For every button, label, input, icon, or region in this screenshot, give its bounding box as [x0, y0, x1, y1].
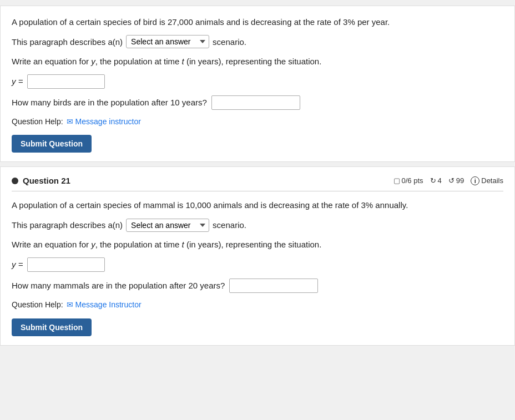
page-container: A population of a certain species of bir… [0, 0, 515, 420]
q21-equation-prefix: y = [12, 257, 23, 272]
q20-howmany-input[interactable] [211, 95, 300, 110]
q20-message-label: Message instructor [75, 115, 141, 129]
q21-undo-icon: ↻ [430, 176, 436, 185]
q21-header: Question 21 ▢ 0/6 pts ↻ 4 ↺ 99 i Details [12, 176, 503, 191]
question-20-body: A population of a certain species of bir… [12, 15, 503, 153]
question-20-block: A population of a certain species of bir… [0, 6, 515, 162]
q21-equation-label-text: Write an equation for y, the population … [12, 237, 503, 252]
q20-equation-prefix: y = [12, 74, 23, 89]
q21-paragraph-prefix: This paragraph describes a(n) [12, 218, 123, 232]
q21-problem-text: A population of a certain species of mam… [12, 198, 503, 212]
q21-help-row: Question Help: ✉ Message Instructor [12, 298, 503, 312]
q21-pts-icon: ▢ [393, 176, 400, 185]
q20-select-answer[interactable]: Select an answer exponential growth expo… [126, 35, 209, 48]
q21-pts-container: ▢ 0/6 pts [393, 176, 423, 185]
q21-howmany-row: How many mammals are in the population a… [12, 279, 503, 293]
q21-howmany-input[interactable] [229, 279, 318, 293]
q20-howmany-text: How many birds are in the population aft… [12, 95, 207, 110]
q20-paragraph-prefix: This paragraph describes a(n) [12, 35, 123, 49]
q20-submit-button[interactable]: Submit Question [12, 135, 92, 153]
q20-paragraph-row: This paragraph describes a(n) Select an … [12, 35, 503, 49]
q21-details-label: Details [481, 176, 503, 185]
q21-redo-count: 99 [456, 176, 464, 185]
q21-meta: ▢ 0/6 pts ↻ 4 ↺ 99 i Details [393, 176, 503, 185]
question-21-block: Question 21 ▢ 0/6 pts ↻ 4 ↺ 99 i Details [0, 166, 515, 345]
q21-mail-icon: ✉ [67, 298, 73, 312]
q20-equation-input[interactable] [27, 74, 105, 89]
q21-help-label: Question Help: [12, 298, 63, 312]
q21-message-instructor-link[interactable]: ✉ Message Instructor [67, 298, 142, 312]
q20-howmany-row: How many birds are in the population aft… [12, 95, 503, 110]
q21-details-container[interactable]: i Details [471, 176, 503, 185]
q21-message-label: Message Instructor [75, 298, 142, 312]
q20-problem-text: A population of a certain species of bir… [12, 15, 503, 29]
q21-select-answer[interactable]: Select an answer exponential growth expo… [126, 219, 209, 232]
q21-pts: 0/6 pts [402, 176, 423, 185]
q21-equation-row: y = [12, 257, 503, 272]
q21-number: Question 21 [23, 176, 70, 185]
q21-dot [12, 178, 18, 184]
q21-undo-container: ↻ 4 [430, 176, 442, 185]
q20-message-instructor-link[interactable]: ✉ Message instructor [67, 115, 141, 129]
q21-redo-container: ↺ 99 [448, 176, 464, 185]
q20-mail-icon: ✉ [67, 115, 73, 129]
q21-redo-icon: ↺ [448, 176, 455, 185]
q21-info-icon: i [471, 176, 479, 185]
q21-paragraph-row: This paragraph describes a(n) Select an … [12, 218, 503, 232]
q21-submit-button[interactable]: Submit Question [12, 318, 92, 336]
q21-label: Question 21 [12, 176, 70, 185]
q20-help-label: Question Help: [12, 115, 63, 129]
q20-equation-row: y = [12, 74, 503, 89]
q21-paragraph-suffix: scenario. [213, 218, 246, 232]
q21-equation-input[interactable] [27, 257, 105, 272]
q20-help-row: Question Help: ✉ Message instructor [12, 115, 503, 129]
q21-undo-count: 4 [438, 176, 442, 185]
question-21-body: A population of a certain species of mam… [12, 198, 503, 336]
q21-howmany-text: How many mammals are in the population a… [12, 279, 225, 293]
q20-paragraph-suffix: scenario. [213, 35, 246, 49]
q20-equation-label-text: Write an equation for y, the population … [12, 54, 503, 69]
